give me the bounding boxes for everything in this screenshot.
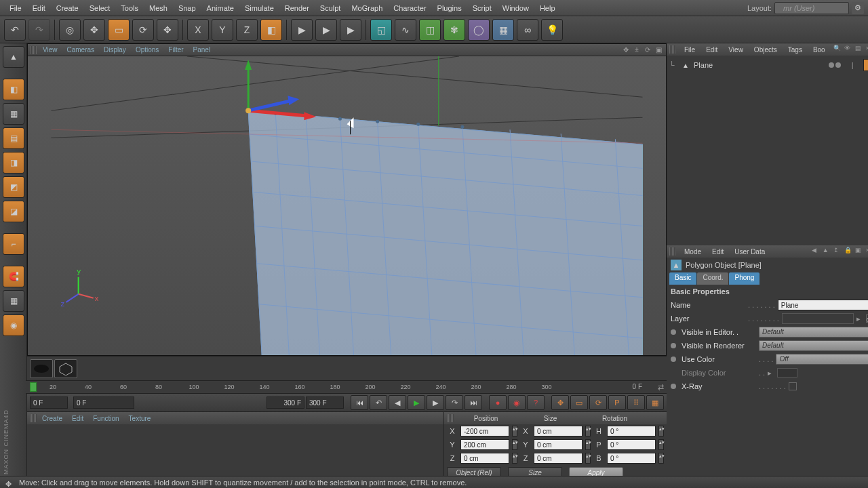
bulb-button[interactable]: 💡 bbox=[541, 19, 563, 41]
size-x-input[interactable] bbox=[534, 426, 583, 436]
timeline[interactable]: 2040608010012014016018020022024026028030… bbox=[26, 380, 667, 394]
viewport-pan-icon[interactable]: ✥ bbox=[621, 45, 631, 55]
scale-tool[interactable]: ▭ bbox=[108, 19, 130, 41]
menu-simulate[interactable]: Simulate bbox=[239, 1, 279, 15]
attr-new-icon[interactable]: ▣ bbox=[855, 247, 865, 256]
keyselection-button[interactable]: ? bbox=[527, 395, 545, 410]
move-tool[interactable]: ✥ bbox=[83, 19, 105, 41]
pos-z-input[interactable] bbox=[460, 453, 509, 464]
xray-checkbox[interactable] bbox=[789, 382, 797, 390]
om-grip-icon[interactable] bbox=[669, 45, 676, 54]
attr-layer-arrow-icon[interactable]: ▸ bbox=[856, 314, 863, 323]
menu-mesh[interactable]: Mesh bbox=[144, 1, 173, 15]
last-tool[interactable]: ✥ bbox=[157, 19, 178, 41]
scale-key-button[interactable]: ▭ bbox=[570, 395, 588, 410]
camera-button[interactable]: ▦ bbox=[492, 19, 514, 41]
next-key-button[interactable]: ↷ bbox=[446, 395, 463, 410]
menu-help[interactable]: Help bbox=[534, 1, 561, 15]
goto-end-button[interactable]: ⏭ bbox=[465, 395, 482, 410]
om-eye-icon[interactable]: 👁 bbox=[844, 45, 854, 54]
pos-y-input[interactable] bbox=[460, 439, 509, 450]
size-z-input[interactable] bbox=[534, 453, 583, 464]
time-end-a-field[interactable] bbox=[267, 396, 304, 409]
make-editable-button[interactable]: ▲ bbox=[3, 46, 24, 68]
display-color-arrow-icon[interactable]: ▸ bbox=[768, 369, 774, 378]
viewport-canvas[interactable]: y x z bbox=[28, 56, 666, 355]
viewport-rotate-icon[interactable]: ⟳ bbox=[643, 45, 652, 55]
menu-render[interactable]: Render bbox=[279, 1, 315, 15]
snap-button[interactable]: 🧲 bbox=[3, 266, 24, 287]
render-pv-button[interactable]: ▶ bbox=[315, 19, 337, 41]
menu-create[interactable]: Create bbox=[51, 1, 84, 15]
viewport[interactable]: View Cameras Display Options Filter Pane… bbox=[27, 43, 667, 356]
vis-editor-dropdown[interactable]: Default bbox=[759, 327, 868, 338]
viewport-menu-filter[interactable]: Filter bbox=[164, 45, 187, 55]
attr-tab-coord[interactable]: Coord. bbox=[697, 272, 728, 285]
menu-animate[interactable]: Animate bbox=[201, 1, 239, 15]
keyable-marker-icon[interactable] bbox=[671, 343, 676, 348]
pos-key-button[interactable]: ✥ bbox=[551, 395, 569, 410]
attr-menu-userdata[interactable]: User Data bbox=[732, 248, 768, 256]
viewport-zoom-icon[interactable]: ± bbox=[632, 45, 642, 55]
om-menu-edit[interactable]: Edit bbox=[703, 46, 720, 54]
z-axis-lock[interactable]: Z bbox=[236, 19, 258, 41]
record-button[interactable]: ● bbox=[489, 395, 507, 410]
use-color-dropdown[interactable]: Off bbox=[776, 354, 868, 365]
menu-plugins[interactable]: Plugins bbox=[432, 1, 467, 15]
timeline-scroll-icon[interactable]: ⇄ bbox=[658, 383, 664, 392]
layout-config-icon[interactable]: ⚙ bbox=[852, 2, 864, 14]
viewport-menu-display[interactable]: Display bbox=[100, 45, 130, 55]
rot-p-input[interactable] bbox=[607, 439, 656, 450]
menu-sculpt[interactable]: Sculpt bbox=[315, 1, 347, 15]
viewport-menu-options[interactable]: Options bbox=[132, 45, 163, 55]
material-thumb-1[interactable] bbox=[30, 359, 53, 378]
play-button[interactable]: ▶ bbox=[408, 395, 425, 410]
menu-edit[interactable]: Edit bbox=[27, 1, 51, 15]
materials-menu-function[interactable]: Function bbox=[89, 413, 123, 424]
om-search-icon[interactable]: 🔍 bbox=[833, 45, 843, 54]
attr-lock-icon[interactable]: 🔒 bbox=[844, 247, 854, 256]
materials-grip-icon[interactable] bbox=[30, 414, 37, 422]
time-current-field[interactable] bbox=[73, 396, 134, 409]
menu-script[interactable]: Script bbox=[467, 1, 497, 15]
material-thumb-2[interactable] bbox=[54, 359, 77, 378]
attr-name-input[interactable] bbox=[778, 300, 868, 310]
x-axis-lock[interactable]: X bbox=[187, 19, 209, 41]
point-mode-button[interactable]: ◩ bbox=[3, 176, 24, 198]
prev-frame-button[interactable]: ◀ bbox=[389, 395, 406, 410]
render-settings-button[interactable]: ▶ bbox=[340, 19, 361, 41]
attr-tab-basic[interactable]: Basic bbox=[669, 272, 696, 285]
polygon-mode-button[interactable]: ◪ bbox=[3, 201, 24, 222]
rot-h-input[interactable] bbox=[607, 426, 656, 436]
materials-menu-edit[interactable]: Edit bbox=[68, 413, 87, 424]
tree-expand-icon[interactable]: └ bbox=[669, 61, 677, 69]
menu-snap[interactable]: Snap bbox=[173, 1, 201, 15]
size-y-input[interactable] bbox=[534, 439, 583, 450]
live-select-tool[interactable]: ◎ bbox=[59, 19, 81, 41]
menu-mograph[interactable]: MoGraph bbox=[346, 1, 388, 15]
attr-tab-phong[interactable]: Phong bbox=[729, 272, 760, 285]
light-button[interactable]: ∞ bbox=[517, 19, 538, 41]
workplane-grid-button[interactable]: ▦ bbox=[3, 290, 24, 312]
materials-menu-texture[interactable]: Texture bbox=[125, 413, 155, 424]
menu-window[interactable]: Window bbox=[497, 1, 534, 15]
cube-primitive-button[interactable]: ◱ bbox=[370, 19, 392, 41]
pos-x-input[interactable] bbox=[460, 426, 509, 436]
vis-render-dropdown[interactable]: Default bbox=[759, 340, 868, 351]
rotate-tool[interactable]: ⟳ bbox=[132, 19, 154, 41]
viewport-menu-panel[interactable]: Panel bbox=[189, 45, 215, 55]
object-manager-tree[interactable]: └ ▲ Plane | bbox=[667, 56, 868, 245]
keyable-marker-icon[interactable] bbox=[671, 384, 676, 389]
spline-button[interactable]: ∿ bbox=[395, 19, 416, 41]
time-start-field[interactable] bbox=[30, 396, 68, 409]
om-menu-bookmarks[interactable]: Boo bbox=[810, 46, 828, 54]
coord-grip-icon[interactable] bbox=[447, 414, 454, 422]
environment-button[interactable]: ◯ bbox=[468, 19, 490, 41]
goto-start-button[interactable]: ⏮ bbox=[351, 395, 368, 410]
viewport-menu-view[interactable]: View bbox=[39, 45, 62, 55]
rot-key-button[interactable]: ⟳ bbox=[589, 395, 607, 410]
attr-up-icon[interactable]: ↥ bbox=[833, 247, 843, 256]
model-mode-button[interactable]: ◧ bbox=[3, 79, 24, 100]
menu-character[interactable]: Character bbox=[388, 1, 431, 15]
om-menu-file[interactable]: File bbox=[682, 46, 698, 54]
